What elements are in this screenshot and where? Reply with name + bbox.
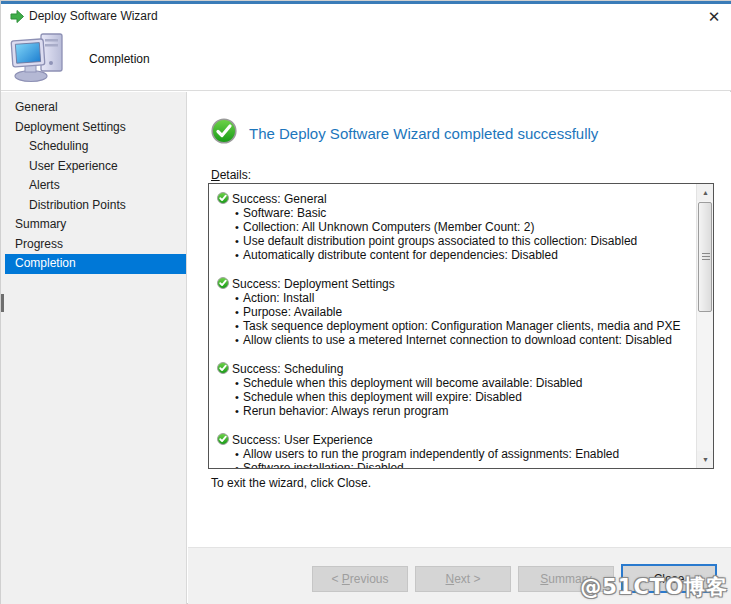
wizard-header: Completion bbox=[1, 29, 731, 91]
completion-heading: The Deploy Software Wizard completed suc… bbox=[249, 125, 598, 142]
success-check-icon bbox=[217, 362, 229, 377]
bullet-icon: • bbox=[231, 404, 243, 418]
edge-artifact bbox=[1, 294, 4, 312]
detail-text: Rerun behavior: Always rerun program bbox=[243, 404, 448, 418]
success-check-icon bbox=[217, 192, 229, 207]
bullet-icon: • bbox=[231, 206, 243, 220]
success-check-icon bbox=[211, 118, 237, 148]
sidebar-item-completion[interactable]: Completion bbox=[5, 254, 186, 274]
sidebar-item-user-experience[interactable]: User Experience bbox=[5, 157, 186, 177]
sidebar-item-deployment-settings[interactable]: Deployment Settings bbox=[5, 118, 186, 138]
bullet-icon: • bbox=[231, 319, 243, 333]
section-detail-item: •Schedule when this deployment will beco… bbox=[217, 376, 692, 390]
detail-text: Use default distribution point groups as… bbox=[243, 234, 637, 248]
section-detail-item: •Automatically distribute content for de… bbox=[217, 248, 692, 262]
bullet-icon: • bbox=[231, 291, 243, 305]
window-title: Deploy Software Wizard bbox=[29, 9, 158, 23]
detail-text: Allow clients to use a metered Internet … bbox=[243, 333, 672, 347]
thumb-grip-icon bbox=[702, 253, 710, 261]
bullet-icon: • bbox=[231, 333, 243, 347]
deploy-software-wizard-window: Deploy Software Wizard ✕ bbox=[0, 0, 731, 604]
main-content: The Deploy Software Wizard completed suc… bbox=[188, 92, 731, 547]
bullet-icon: • bbox=[231, 234, 243, 248]
titlebar: Deploy Software Wizard ✕ bbox=[1, 4, 731, 29]
vertical-scrollbar[interactable]: ▲ ▼ bbox=[696, 184, 713, 468]
section-title: Success: General bbox=[232, 192, 327, 206]
page-title: Completion bbox=[89, 52, 150, 66]
previous-button[interactable]: < Previous bbox=[312, 566, 408, 592]
sidebar-item-scheduling[interactable]: Scheduling bbox=[5, 137, 186, 157]
section-detail-item: •Use default distribution point groups a… bbox=[217, 234, 692, 248]
scroll-down-icon[interactable]: ▼ bbox=[697, 451, 714, 468]
details-label: Details: bbox=[211, 168, 251, 182]
wizard-arrow-icon bbox=[10, 9, 25, 28]
detail-text: Collection: All Unknown Computers (Membe… bbox=[243, 220, 534, 234]
scrollbar-thumb[interactable] bbox=[698, 202, 712, 312]
wizard-steps-sidebar: GeneralDeployment SettingsSchedulingUser… bbox=[1, 92, 187, 604]
section-detail-item: •Collection: All Unknown Computers (Memb… bbox=[217, 220, 692, 234]
details-section: Success: General•Software: Basic•Collect… bbox=[217, 192, 692, 262]
bullet-icon: • bbox=[231, 390, 243, 404]
details-listbox[interactable]: Success: General•Software: Basic•Collect… bbox=[208, 183, 714, 469]
section-title: Success: Scheduling bbox=[232, 362, 343, 376]
detail-text: Action: Install bbox=[243, 291, 314, 305]
section-detail-item: •Action: Install bbox=[217, 291, 692, 305]
detail-text: Automatically distribute content for dep… bbox=[243, 248, 558, 262]
section-detail-item: •Allow clients to use a metered Internet… bbox=[217, 333, 692, 347]
sidebar-item-progress[interactable]: Progress bbox=[5, 235, 186, 255]
sidebar-item-distribution-points[interactable]: Distribution Points bbox=[5, 196, 186, 216]
bullet-icon: • bbox=[231, 461, 243, 469]
exit-instruction: To exit the wizard, click Close. bbox=[211, 476, 371, 490]
scroll-up-icon[interactable]: ▲ bbox=[697, 184, 714, 201]
sidebar-item-alerts[interactable]: Alerts bbox=[5, 176, 186, 196]
section-title: Success: User Experience bbox=[232, 433, 373, 447]
computer-icon bbox=[9, 31, 67, 87]
section-detail-item: •Schedule when this deployment will expi… bbox=[217, 390, 692, 404]
bullet-icon: • bbox=[231, 376, 243, 390]
success-check-icon bbox=[217, 277, 229, 292]
close-window-icon[interactable]: ✕ bbox=[704, 7, 724, 27]
next-button[interactable]: Next > bbox=[415, 566, 511, 592]
sidebar-item-summary[interactable]: Summary bbox=[5, 215, 186, 235]
watermark: @51CTO博客 bbox=[580, 573, 728, 601]
bullet-icon: • bbox=[231, 447, 243, 461]
section-title: Success: Deployment Settings bbox=[232, 277, 395, 291]
section-detail-item: •Software: Basic bbox=[217, 206, 692, 220]
detail-text: Task sequence deployment option: Configu… bbox=[243, 319, 681, 333]
section-detail-item: •Purpose: Available bbox=[217, 305, 692, 319]
section-detail-item: •Allow users to run the program independ… bbox=[217, 447, 692, 461]
section-detail-item: •Software installation: Disabled bbox=[217, 461, 692, 469]
detail-text: Allow users to run the program independe… bbox=[243, 447, 619, 461]
detail-text: Software installation: Disabled bbox=[243, 461, 404, 469]
detail-text: Purpose: Available bbox=[243, 305, 342, 319]
bullet-icon: • bbox=[231, 248, 243, 262]
details-section: Success: User Experience•Allow users to … bbox=[217, 433, 692, 469]
section-detail-item: •Rerun behavior: Always rerun program bbox=[217, 404, 692, 418]
detail-text: Software: Basic bbox=[243, 206, 326, 220]
details-content: Success: General•Software: Basic•Collect… bbox=[209, 184, 696, 469]
detail-text: Schedule when this deployment will expir… bbox=[243, 390, 522, 404]
bullet-icon: • bbox=[231, 220, 243, 234]
sidebar-item-general[interactable]: General bbox=[5, 98, 186, 118]
details-section: Success: Deployment Settings•Action: Ins… bbox=[217, 277, 692, 347]
section-detail-item: •Task sequence deployment option: Config… bbox=[217, 319, 692, 333]
bullet-icon: • bbox=[231, 305, 243, 319]
success-check-icon bbox=[217, 433, 229, 448]
detail-text: Schedule when this deployment will becom… bbox=[243, 376, 583, 390]
details-section: Success: Scheduling•Schedule when this d… bbox=[217, 362, 692, 418]
